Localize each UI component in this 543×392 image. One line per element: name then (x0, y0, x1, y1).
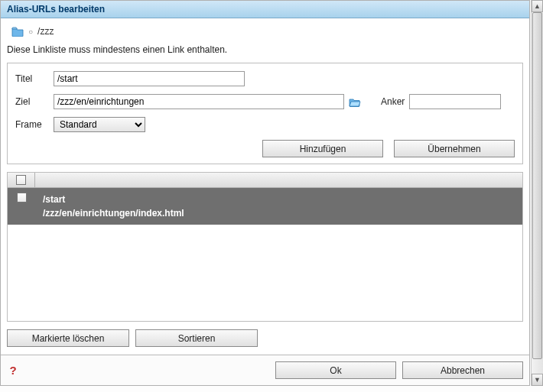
select-all-checkbox[interactable] (16, 175, 26, 185)
row-title: /start (43, 193, 515, 206)
delete-selected-button[interactable]: Markierte löschen (7, 329, 129, 347)
sort-button[interactable]: Sortieren (135, 329, 258, 347)
ziel-input[interactable] (54, 94, 344, 109)
scroll-track[interactable] (532, 12, 543, 374)
form-box: Titel Ziel Anker Frame (7, 63, 523, 164)
browse-button[interactable] (347, 95, 363, 109)
dialog-title: Alias-URLs bearbeiten (7, 4, 105, 15)
help-icon[interactable]: ? (7, 364, 19, 377)
hinzufuegen-button[interactable]: Hinzufügen (262, 140, 383, 157)
titel-input[interactable] (54, 71, 245, 86)
list-header (8, 173, 522, 188)
ziel-label: Ziel (15, 96, 54, 107)
folder-icon (11, 26, 24, 37)
dialog-body: ○ /zzz Diese Linkliste muss mindestens e… (1, 18, 529, 385)
dialog-window: Alias-URLs bearbeiten ○ /zzz Diese Linkl… (0, 0, 530, 386)
list-body: /start /zzz/en/einrichtungen/index.html (8, 188, 522, 321)
validation-message: Diese Linkliste muss mindestens einen Li… (1, 41, 529, 63)
scroll-thumb[interactable] (532, 12, 542, 359)
anker-label: Anker (381, 96, 405, 107)
scroll-up-button[interactable]: ▲ (532, 0, 543, 12)
scroll-down-button[interactable]: ▼ (532, 374, 543, 386)
uebernehmen-button[interactable]: Übernehmen (394, 140, 515, 157)
frame-label: Frame (15, 119, 54, 130)
header-spacer (35, 173, 522, 187)
row-path: /zzz/en/einrichtungen/index.html (43, 206, 515, 220)
folder-open-icon (349, 96, 361, 107)
breadcrumb-path: /zzz (37, 26, 54, 37)
list-item[interactable]: /start /zzz/en/einrichtungen/index.html (8, 188, 522, 225)
breadcrumb-separator: ○ (28, 28, 33, 36)
link-list: /start /zzz/en/einrichtungen/index.html (7, 172, 523, 322)
titel-label: Titel (15, 73, 54, 84)
anker-input[interactable] (409, 94, 501, 109)
ok-button[interactable]: Ok (275, 361, 396, 379)
breadcrumb: ○ /zzz (1, 18, 529, 41)
row-checkbox[interactable] (17, 193, 27, 202)
vertical-scrollbar[interactable]: ▲ ▼ (531, 0, 543, 386)
list-actions: Markierte löschen Sortieren (1, 322, 529, 355)
header-checkbox-cell[interactable] (8, 173, 35, 187)
cancel-button[interactable]: Abbrechen (402, 361, 523, 379)
frame-select[interactable]: Standard (54, 117, 145, 132)
dialog-title-bar: Alias-URLs bearbeiten (1, 1, 529, 18)
dialog-footer: ? Ok Abbrechen (1, 355, 529, 385)
